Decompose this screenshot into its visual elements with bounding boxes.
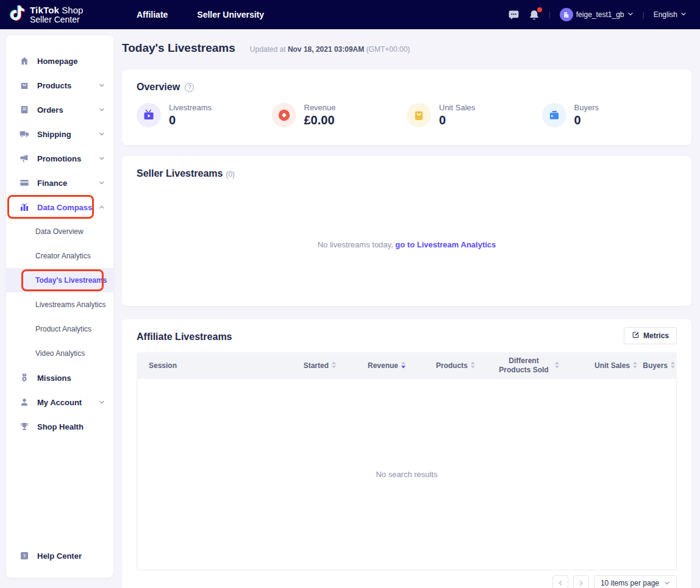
affiliate-livestreams-table: Session Started Revenue Products Differe… <box>137 352 677 570</box>
notification-dot <box>537 7 542 12</box>
column-header-started[interactable]: Started <box>274 361 338 370</box>
sidebar-item-product-analytics[interactable]: Product Analytics <box>6 317 113 341</box>
page-title: Today's Livestreams <box>122 41 235 55</box>
column-label: Revenue <box>368 361 398 370</box>
user-menu[interactable]: feige_test1_gb <box>560 8 634 21</box>
column-label: Session <box>149 361 177 370</box>
chevron-down-icon <box>99 180 105 186</box>
column-header-session[interactable]: Session <box>137 361 274 370</box>
sidebar-item-help-center[interactable]: ? Help Center <box>6 544 113 568</box>
brand-word-tiktok: TikTok <box>30 5 59 15</box>
sidebar-subitem-label: Livestreams Analytics <box>35 300 105 309</box>
chat-icon[interactable] <box>508 9 520 21</box>
language-selector[interactable]: English <box>654 10 687 19</box>
items-per-page-dropdown[interactable]: 10 items per page <box>594 575 677 588</box>
column-header-products[interactable]: Products <box>407 361 477 370</box>
sort-icon[interactable] <box>554 361 560 370</box>
revenue-record-icon <box>272 103 296 127</box>
sidebar-item-video-analytics[interactable]: Video Analytics <box>6 341 113 366</box>
truck-icon <box>20 129 29 139</box>
sidebar-item-orders[interactable]: Orders <box>6 97 113 122</box>
sidebar-item-label: Data Compass <box>37 203 92 212</box>
column-header-buyers[interactable]: Buyers <box>639 361 677 370</box>
page-header: Today's Livestreams Updated at Nov 18, 2… <box>122 29 691 58</box>
seller-livestreams-title: Seller Livestreams <box>137 168 223 179</box>
metric-livestreams: Livestreams 0 <box>137 103 272 127</box>
nav-link-affiliate[interactable]: Affiliate <box>137 10 168 19</box>
metric-value: 0 <box>439 113 475 127</box>
sidebar-item-label: Homepage <box>37 57 77 66</box>
sidebar-item-finance[interactable]: Finance <box>6 171 113 195</box>
sidebar-item-products[interactable]: Products <box>6 73 113 97</box>
navbar-right: | feige_test1_gb | English <box>508 8 700 21</box>
brand-word-shop: Shop <box>62 5 83 15</box>
sidebar-spacer <box>6 439 113 544</box>
sidebar-item-label: Promotions <box>37 154 81 163</box>
sidebar-item-my-account[interactable]: My Account <box>6 390 113 414</box>
sidebar: Homepage Products Orders Shipping Promot… <box>6 35 113 578</box>
notification-bell-icon[interactable] <box>529 9 540 21</box>
sort-icon[interactable] <box>632 361 638 370</box>
sidebar-item-data-overview[interactable]: Data Overview <box>6 219 113 244</box>
metric-revenue: Revenue £0.00 <box>272 103 407 127</box>
home-icon <box>20 56 29 66</box>
updated-timezone: (GMT+00:00) <box>366 45 410 54</box>
column-header-unit-sales[interactable]: Unit Sales <box>561 361 639 370</box>
trophy-icon <box>20 422 29 431</box>
sidebar-item-creator-analytics[interactable]: Creator Analytics <box>6 244 113 268</box>
metric-buyers: Buyers 0 <box>542 103 677 127</box>
sort-icon-active-desc[interactable] <box>401 361 406 370</box>
no-search-results-text: No search results <box>376 470 437 479</box>
go-to-livestream-analytics-link[interactable]: go to Livestream Analytics <box>395 240 496 249</box>
sidebar-subitem-label: Creator Analytics <box>35 252 91 260</box>
chevron-down-icon <box>664 580 670 586</box>
user-avatar <box>560 8 573 21</box>
sidebar-item-todays-livestreams[interactable]: Today's Livestreams <box>6 268 113 292</box>
navbar-divider: | <box>549 10 551 19</box>
empty-state-text: No livestreams today, <box>318 240 393 249</box>
credit-card-icon <box>20 178 29 188</box>
bar-chart-icon <box>20 202 29 212</box>
sidebar-item-livestreams-analytics[interactable]: Livestreams Analytics <box>6 292 113 317</box>
sort-icon[interactable] <box>331 361 337 370</box>
sort-icon[interactable] <box>670 361 676 370</box>
column-header-revenue[interactable]: Revenue <box>338 361 407 370</box>
column-label: Products <box>436 361 468 370</box>
pagination-next-button[interactable] <box>573 575 589 588</box>
navbar-links: Affiliate Seller University <box>137 10 264 19</box>
sidebar-item-shop-health[interactable]: Shop Health <box>6 414 113 439</box>
items-per-page-label: 10 items per page <box>601 579 659 587</box>
chevron-up-icon <box>99 204 105 210</box>
column-header-different-products-sold[interactable]: Different Products Sold <box>477 356 561 375</box>
affiliate-livestreams-title: Affiliate Livestreams <box>137 331 232 342</box>
sidebar-item-label: Orders <box>37 105 63 115</box>
help-tooltip-icon[interactable]: ? <box>185 83 194 92</box>
metrics-button[interactable]: Metrics <box>624 327 677 344</box>
sidebar-item-homepage[interactable]: Homepage <box>6 49 113 73</box>
sidebar-item-label: Products <box>37 81 71 90</box>
updated-prefix: Updated at <box>250 45 286 54</box>
metric-value: 0 <box>574 113 599 127</box>
sidebar-item-shipping[interactable]: Shipping <box>6 122 113 146</box>
pagination-prev-button[interactable] <box>552 575 568 588</box>
sidebar-item-promotions[interactable]: Promotions <box>6 146 113 171</box>
user-name: feige_test1_gb <box>576 10 624 19</box>
tiktok-shop-logo[interactable]: TikTok Shop Seller Center <box>0 4 129 25</box>
sidebar-item-data-compass[interactable]: Data Compass <box>6 195 113 219</box>
megaphone-icon <box>20 154 29 163</box>
navbar-divider: | <box>643 10 645 19</box>
language-label: English <box>654 10 677 19</box>
main-content: Today's Livestreams Updated at Nov 18, 2… <box>122 29 691 588</box>
chevron-down-icon <box>99 131 105 137</box>
updated-datetime: Nov 18, 2021 03:09AM <box>288 45 364 54</box>
chevron-down-icon <box>99 155 105 161</box>
seller-livestreams-count: (0) <box>226 170 235 179</box>
sidebar-item-missions[interactable]: Missions <box>6 366 113 390</box>
nav-link-seller-university[interactable]: Seller University <box>197 10 264 19</box>
sort-icon[interactable] <box>470 361 476 370</box>
sidebar-subitem-label: Today's Livestreams <box>35 276 107 285</box>
shopping-bag-icon <box>20 80 29 90</box>
overview-metrics: Livestreams 0 Revenue £0.00 Unit Sales <box>137 103 677 127</box>
metric-label: Livestreams <box>169 103 212 112</box>
question-mark-icon: ? <box>20 551 29 561</box>
